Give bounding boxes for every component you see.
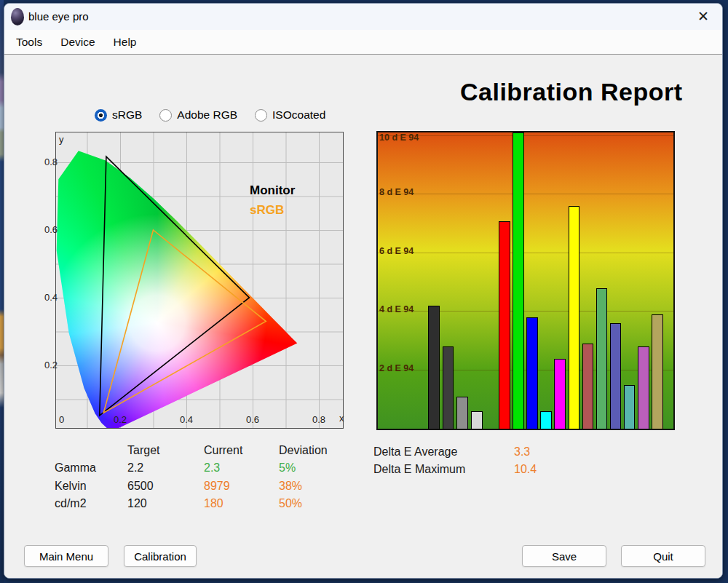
- delta-e-average-value: 3.3: [514, 443, 537, 461]
- bar-chart-tick-label-8: 8 d E 94: [379, 187, 414, 197]
- table-header-deviation: Deviation: [279, 442, 373, 459]
- bar-chart-plot-area: 2 d E 944 d E 946 d E 948 d E 9410 d E 9…: [378, 132, 673, 429]
- radio-option-adobe-rgb[interactable]: Adobe RGB: [159, 108, 237, 122]
- row-label-kelvin: Kelvin: [55, 477, 127, 495]
- axis-label-x: x: [339, 413, 344, 424]
- menu-item-device[interactable]: Device: [59, 33, 96, 51]
- cie-chromaticity-plot: MonitorsRGB00.20.40.60.80.20.40.60.8xy: [55, 132, 344, 429]
- report-title: Calibration Report: [460, 78, 683, 106]
- radio-label: ISOcoated: [272, 108, 325, 122]
- delta-e-bar-16: [652, 314, 663, 429]
- delta-e-bar-2: [443, 346, 454, 429]
- delta-e-bar-3: [456, 397, 468, 429]
- calibration-button[interactable]: Calibration: [124, 545, 197, 567]
- delta-e-bar-7: [526, 317, 538, 429]
- deviation-value-gamma: 5%: [279, 459, 373, 477]
- x-tick-0.2: 0.2: [110, 414, 130, 425]
- x-tick-0.6: 0.6: [242, 414, 263, 425]
- save-button[interactable]: Save: [522, 545, 606, 567]
- delta-e-bar-11: [582, 344, 594, 429]
- radio-dot: [255, 109, 267, 122]
- results-table: TargetCurrentDeviationGamma2.22.35%Kelvi…: [55, 442, 373, 512]
- current-value-kelvin: 8979: [204, 477, 279, 495]
- legend-monitor-label: Monitor: [250, 183, 295, 198]
- bar-chart-gridline-2: [378, 370, 673, 370]
- bar-chart-gridline-10: [378, 135, 673, 136]
- bar-chart-tick-label-2: 2 d E 94: [379, 363, 414, 373]
- delta-e-bar-4: [471, 411, 483, 429]
- monitor-gamut-triangle: [100, 156, 250, 416]
- delta-e-average-label: Delta E Average: [373, 443, 514, 461]
- legend-srgb-label: sRGB: [250, 203, 284, 218]
- bar-chart-tick-label-4: 4 d E 94: [379, 304, 414, 314]
- table-header-current: Current: [204, 442, 279, 459]
- y-tick-0.2: 0.2: [34, 360, 58, 370]
- delta-e-summary: Delta E Average 3.3 Delta E Maximum 10.4: [373, 443, 537, 478]
- menu-item-tools[interactable]: Tools: [15, 33, 44, 51]
- bar-chart-gridline-8: [378, 194, 673, 194]
- radio-label: Adobe RGB: [177, 108, 237, 122]
- delta-e-maximum-label: Delta E Maximum: [373, 461, 514, 478]
- axis-label-y: y: [59, 134, 64, 145]
- target-value-kelvin: 6500: [127, 477, 204, 495]
- radio-label: sRGB: [112, 108, 142, 122]
- y-tick-0.6: 0.6: [34, 224, 58, 235]
- y-tick-0.8: 0.8: [34, 156, 58, 167]
- main-menu-button[interactable]: Main Menu: [24, 545, 108, 567]
- menubar: ToolsDeviceHelp: [4, 30, 722, 55]
- app-icon: [11, 8, 24, 25]
- row-label-cdm2: cd/m2: [55, 495, 127, 512]
- y-tick-0.4: 0.4: [34, 292, 58, 303]
- delta-e-bar-1: [428, 306, 440, 429]
- target-value-gamma: 2.2: [127, 459, 204, 477]
- app-window: blue eye pro ✕ ToolsDeviceHelp Calibrati…: [4, 3, 723, 579]
- bar-chart-gridline-6: [378, 253, 673, 253]
- cie-triangles-svg: [56, 132, 344, 429]
- srgb-gamut-triangle: [103, 230, 266, 413]
- deviation-value-kelvin: 38%: [279, 477, 373, 495]
- delta-e-bar-10: [569, 206, 580, 429]
- x-tick-0.4: 0.4: [176, 414, 197, 425]
- delta-e-bar-9: [554, 359, 566, 429]
- table-header-spacer: [55, 442, 127, 459]
- delta-e-bar-12: [596, 288, 608, 429]
- table-header-target: Target: [127, 442, 204, 459]
- client-area: Calibration Report sRGBAdobe RGBISOcoate…: [4, 55, 722, 578]
- bar-chart-tick-label-6: 6 d E 94: [379, 246, 414, 256]
- x-tick-0: 0: [59, 414, 64, 425]
- x-tick-0.8: 0.8: [309, 414, 329, 425]
- window-title: blue eye pro: [28, 10, 89, 23]
- delta-e-bar-14: [624, 385, 636, 429]
- delta-e-maximum-value: 10.4: [514, 461, 537, 478]
- radio-dot: [95, 109, 107, 122]
- close-button[interactable]: ✕: [692, 7, 715, 26]
- radio-dot: [159, 109, 172, 122]
- quit-button[interactable]: Quit: [621, 545, 705, 567]
- titlebar: blue eye pro ✕: [4, 4, 722, 30]
- radio-option-srgb[interactable]: sRGB: [95, 108, 142, 122]
- delta-e-bar-15: [638, 346, 649, 429]
- bar-chart-tick-label-10: 10 d E 94: [379, 132, 419, 143]
- row-label-gamma: Gamma: [55, 459, 127, 477]
- menu-item-help[interactable]: Help: [112, 33, 138, 51]
- delta-e-bar-8: [540, 411, 552, 429]
- delta-e-bar-13: [610, 323, 622, 429]
- current-value-cdm2: 180: [204, 495, 279, 512]
- bar-chart-gridline-4: [378, 311, 673, 312]
- radio-option-isocoated[interactable]: ISOcoated: [255, 108, 325, 122]
- deviation-value-cdm2: 50%: [279, 495, 373, 512]
- delta-e-bar-5: [499, 221, 510, 429]
- current-value-gamma: 2.3: [204, 459, 279, 477]
- profile-selector: sRGBAdobe RGBISOcoated: [95, 108, 325, 122]
- delta-e-bar-6: [513, 132, 524, 429]
- delta-e-bar-chart: 2 d E 944 d E 946 d E 948 d E 9410 d E 9…: [376, 131, 675, 430]
- target-value-cdm2: 120: [127, 495, 204, 512]
